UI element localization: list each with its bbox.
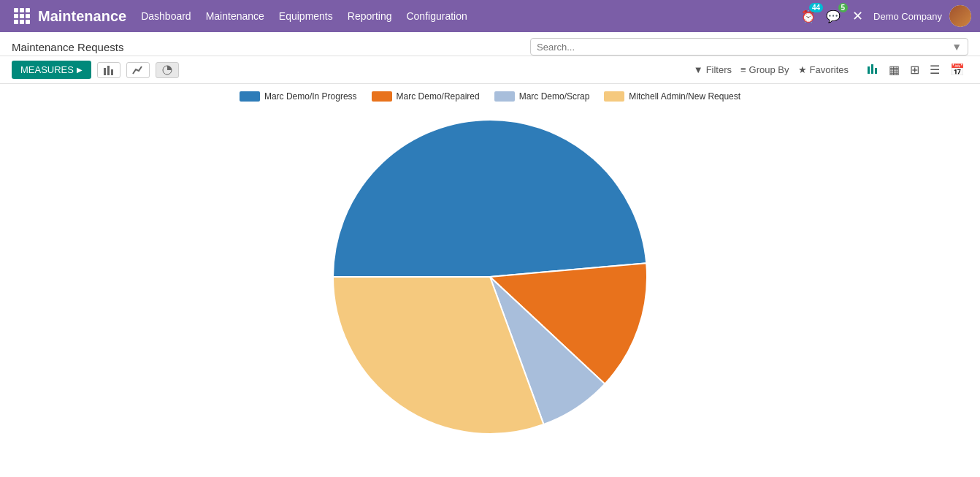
message-badge-button[interactable]: 💬 5 [824, 7, 842, 25]
groupby-button[interactable]: ≡ Group By [740, 64, 789, 75]
nav-links: Dashboard Maintenance Equipments Reporti… [141, 7, 800, 25]
bar-chart-button[interactable] [97, 62, 120, 78]
legend-color-1 [372, 91, 392, 102]
nav-configuration[interactable]: Configuration [406, 7, 467, 25]
pie-chart-svg [322, 109, 658, 445]
favorites-button[interactable]: ★ Favorites [798, 64, 849, 75]
top-navbar: Maintenance Dashboard Maintenance Equipm… [0, 0, 980, 32]
svg-rect-0 [104, 68, 106, 75]
avatar[interactable] [949, 5, 971, 27]
search-input[interactable] [537, 42, 952, 53]
svg-rect-6 [875, 68, 877, 74]
topnav-right: ⏰ 44 💬 5 ✕ Demo Company [800, 5, 971, 27]
chart-legend: Marc Demo/In Progress Marc Demo/Repaired… [240, 91, 740, 102]
filters-button[interactable]: ▼ Filters [694, 64, 732, 75]
chart-view-icon [867, 64, 878, 74]
close-button[interactable]: ✕ [852, 8, 863, 24]
groupby-icon: ≡ [740, 64, 746, 75]
company-name[interactable]: Demo Company [873, 11, 942, 22]
avatar-image [949, 5, 971, 27]
legend-label-0: Marc Demo/In Progress [264, 91, 357, 102]
measures-arrow-icon: ▶ [77, 66, 83, 74]
groupby-label: Group By [749, 64, 789, 75]
subheader: Maintenance Requests ▼ [0, 32, 980, 56]
nav-maintenance[interactable]: Maintenance [206, 7, 264, 25]
measures-label: MEASURES [20, 64, 74, 75]
activity-badge-button[interactable]: ⏰ 44 [800, 7, 817, 25]
activity-count: 44 [809, 3, 823, 12]
filter-icon: ▼ [694, 64, 703, 75]
grid-icon [14, 8, 30, 24]
search-bar: ▼ [530, 38, 968, 56]
nav-reporting[interactable]: Reporting [348, 7, 392, 25]
list-view-button[interactable]: ☰ [926, 61, 943, 78]
nav-dashboard[interactable]: Dashboard [141, 7, 191, 25]
svg-rect-2 [111, 69, 113, 75]
chart-area: Marc Demo/In Progress Marc Demo/Repaired… [0, 84, 980, 452]
toolbar: MEASURES ▶ ▼ Filters ≡ Group By ★ Favo [0, 56, 980, 84]
legend-color-3 [604, 91, 624, 102]
view-buttons: ▦ ⊞ ☰ 📅 [863, 61, 968, 78]
toolbar-right: ▼ Filters ≡ Group By ★ Favorites ▦ ⊞ ☰ 📅 [694, 61, 968, 78]
pie-chart-icon [161, 65, 173, 75]
page-title: Maintenance Requests [12, 41, 123, 53]
svg-rect-5 [871, 64, 873, 74]
grid-view-button[interactable]: ▦ [885, 61, 903, 78]
legend-label-3: Mitchell Admin/New Request [629, 91, 740, 102]
pie-chart [322, 109, 658, 445]
legend-item: Marc Demo/Scrap [494, 91, 590, 102]
legend-label-1: Marc Demo/Repaired [397, 91, 480, 102]
legend-item: Marc Demo/Repaired [372, 91, 480, 102]
legend-color-2 [494, 91, 515, 102]
star-icon: ★ [798, 64, 807, 75]
legend-label-2: Marc Demo/Scrap [519, 91, 590, 102]
nav-equipments[interactable]: Equipments [279, 7, 333, 25]
app-title: Maintenance [38, 8, 126, 25]
legend-color-0 [240, 91, 260, 102]
pie-chart-button[interactable] [156, 62, 179, 78]
kanban-view-button[interactable]: ⊞ [906, 61, 923, 78]
chart-view-button[interactable] [863, 61, 882, 78]
calendar-view-button[interactable]: 📅 [946, 61, 968, 78]
line-chart-icon [132, 65, 144, 75]
legend-item: Mitchell Admin/New Request [604, 91, 740, 102]
bar-chart-icon [103, 65, 115, 75]
pie-segment[interactable] [333, 120, 646, 277]
svg-rect-1 [107, 66, 110, 75]
search-icon[interactable]: ▼ [952, 41, 962, 53]
legend-item: Marc Demo/In Progress [240, 91, 357, 102]
measures-button[interactable]: MEASURES ▶ [12, 61, 91, 79]
favorites-label: Favorites [810, 64, 849, 75]
line-chart-button[interactable] [126, 62, 150, 78]
filters-label: Filters [706, 64, 732, 75]
svg-rect-4 [868, 66, 870, 74]
grid-menu-button[interactable] [9, 0, 35, 32]
message-count: 5 [838, 3, 849, 12]
